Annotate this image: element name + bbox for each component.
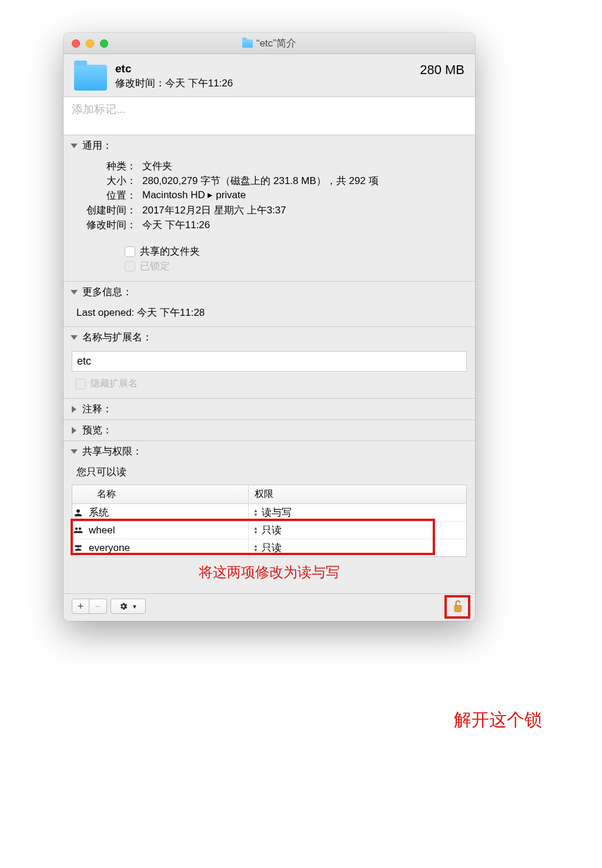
annotation-lock-hint: 解开这个锁 [454,708,542,732]
col-name-header: 名称 [72,485,249,503]
close-button[interactable] [72,39,80,48]
stepper-icon: ▲▼ [253,509,258,517]
section-more-info-header[interactable]: 更多信息： [63,282,475,302]
group-icon [72,525,84,536]
size-label: 大小： [83,174,136,188]
section-preview-header[interactable]: 预览： [63,420,475,440]
permissions-toolbar: + − ▼ [63,593,475,621]
get-info-window: “etc”简介 etc 修改时间：今天 下午11:26 280 MB 通用： 种… [63,33,475,621]
permission-select[interactable]: ▲▼ 只读 [249,522,466,539]
permission-row-everyone[interactable]: everyone ▲▼ 只读 [72,539,466,556]
locked-checkbox [125,261,135,272]
col-perm-header: 权限 [249,485,466,503]
lock-open-icon [452,599,464,613]
disclosure-triangle-icon [72,406,76,413]
section-sharing-header[interactable]: 共享与权限： [63,441,475,462]
locked-row: 已锁定 [125,259,467,273]
group-icon [72,543,84,553]
disclosure-triangle-icon [71,335,78,340]
permission-select[interactable]: ▲▼ 读与写 [249,504,466,521]
window-title: “etc”简介 [256,36,296,50]
kind-label: 种类： [83,159,136,173]
titlebar: “etc”简介 [63,33,475,54]
zoom-button[interactable] [100,39,108,48]
folder-icon [74,65,107,91]
tags-input[interactable] [63,97,475,135]
svg-rect-0 [454,605,461,612]
section-general: 通用： 种类：文件夹 大小：280,020,279 字节（磁盘上的 231.8 … [63,135,475,282]
section-general-header[interactable]: 通用： [63,135,475,156]
section-name-ext: 名称与扩展名： 隐藏扩展名 [63,327,475,399]
created-value: 2017年12月2日 星期六 上午3:37 [142,203,467,217]
disclosure-triangle-icon [71,143,78,148]
kind-value: 文件夹 [142,159,467,173]
where-value: Macintosh HD ▸ private [142,189,467,202]
permission-select[interactable]: ▲▼ 只读 [249,539,466,556]
disclosure-triangle-icon [71,449,78,454]
modified-value: 今天 下午11:26 [142,218,467,232]
section-comments: 注释： [63,399,475,420]
stepper-icon: ▲▼ [253,526,258,535]
shared-checkbox[interactable] [125,246,135,257]
last-opened-value: 今天 下午11:28 [137,307,205,318]
item-modified: 修改时间：今天 下午11:26 [115,76,420,90]
where-label: 位置： [83,189,136,202]
size-value: 280,020,279 字节（磁盘上的 231.8 MB），共 292 项 [142,174,467,188]
folder-icon [242,39,253,48]
remove-button[interactable]: − [89,599,107,614]
window-controls [63,39,108,48]
disclosure-triangle-icon [71,290,78,295]
gear-icon [119,602,128,611]
annotation-perm-hint: 将这两项修改为读与写 [72,557,467,593]
person-icon [72,508,84,518]
modified-label: 修改时间： [83,218,136,232]
minimize-button[interactable] [86,39,94,48]
item-name: etc [115,62,420,75]
permission-row-wheel[interactable]: wheel ▲▼ 只读 [72,522,466,539]
permissions-header-row: 名称 权限 [72,485,466,504]
add-button[interactable]: + [72,599,89,614]
name-input[interactable] [72,351,467,372]
lock-button[interactable] [449,597,467,615]
section-preview: 预览： [63,420,475,441]
tags-field [63,96,475,135]
created-label: 创建时间： [83,203,136,217]
section-sharing: 共享与权限： 您只可以读 名称 权限 系统 [63,441,475,593]
permission-row-system[interactable]: 系统 ▲▼ 读与写 [72,504,466,522]
info-header: etc 修改时间：今天 下午11:26 280 MB [63,54,475,96]
hide-ext-checkbox [75,379,86,389]
readonly-notice: 您只可以读 [72,464,467,485]
last-opened-label: Last opened: [76,307,134,318]
disclosure-triangle-icon [72,427,76,434]
shared-folder-row: 共享的文件夹 [125,245,467,258]
chevron-down-icon: ▼ [132,603,138,610]
section-more-info: 更多信息： Last opened: 今天 下午11:28 [63,282,475,327]
locked-label: 已锁定 [140,259,170,273]
section-comments-header[interactable]: 注释： [63,399,475,419]
hide-ext-label: 隐藏扩展名 [91,378,138,390]
action-menu-button[interactable]: ▼ [111,599,146,614]
shared-label: 共享的文件夹 [140,245,200,258]
item-size: 280 MB [420,62,464,78]
permissions-table: 名称 权限 系统 ▲▼ 读与写 [72,485,467,557]
stepper-icon: ▲▼ [253,544,258,552]
section-name-ext-header[interactable]: 名称与扩展名： [63,327,475,348]
